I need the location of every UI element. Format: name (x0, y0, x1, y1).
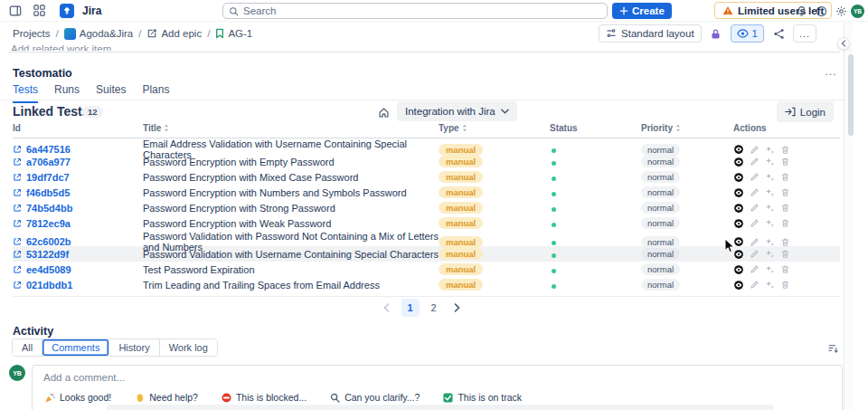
test-id-cell[interactable]: 74b5d4bb (13, 203, 143, 214)
quick-reply-waving-hand[interactable]: Need help? (135, 392, 198, 403)
table-row[interactable]: 19df7dc7 Password Encryption with Mixed … (13, 169, 840, 185)
integration-dropdown[interactable]: Integration with Jira (397, 101, 517, 121)
run-sparkle-icon[interactable] (765, 172, 775, 182)
run-sparkle-icon[interactable] (765, 264, 775, 274)
scrollbar-track[interactable] (846, 23, 853, 410)
testomatio-more-button[interactable]: ... (821, 63, 841, 80)
view-test-eye-icon[interactable] (733, 187, 744, 198)
table-row[interactable]: 74b5d4bb Password Encryption with Strong… (13, 200, 840, 215)
settings-gear-icon[interactable] (831, 1, 851, 21)
run-sparkle-icon[interactable] (765, 280, 775, 290)
test-id-link[interactable]: 53122d9f (26, 249, 69, 260)
login-button[interactable]: Login (777, 101, 834, 122)
share-icon[interactable] (769, 24, 788, 43)
table-row[interactable]: 7812ec9a Password Encryption with Weak P… (13, 215, 840, 231)
table-row[interactable]: 62c6002b Password Validation with Passwo… (13, 231, 840, 246)
test-id-cell[interactable]: 19df7dc7 (13, 172, 143, 183)
notifications-bell-icon[interactable] (791, 1, 811, 21)
run-sparkle-icon[interactable] (765, 249, 775, 259)
breadcrumb-item[interactable]: AG-1 (215, 28, 252, 39)
table-row[interactable]: 021dbdb1 Trim Leading and Trailing Space… (13, 277, 840, 292)
activity-tab-all[interactable]: All (13, 339, 42, 356)
view-test-eye-icon[interactable] (733, 280, 744, 291)
delete-trash-icon[interactable] (780, 157, 790, 167)
scrollbar-thumb[interactable] (848, 54, 854, 136)
test-id-link[interactable]: 021dbdb1 (26, 280, 72, 291)
test-id-cell[interactable]: f46db5d5 (13, 187, 143, 198)
run-sparkle-icon[interactable] (765, 187, 775, 197)
table-row[interactable]: 53122d9f Password Validation with Userna… (13, 246, 840, 262)
table-row[interactable]: a706a977 Password Encryption with Empty … (13, 154, 840, 169)
comment-box[interactable]: Looks good!Need help?This is blocked...C… (32, 365, 843, 410)
delete-trash-icon[interactable] (780, 237, 790, 247)
jira-logo-icon[interactable] (60, 4, 74, 18)
prev-page-chevron-icon[interactable] (378, 299, 396, 317)
edit-pencil-icon[interactable] (750, 218, 760, 228)
view-test-eye-icon[interactable] (733, 172, 744, 183)
edit-pencil-icon[interactable] (750, 203, 760, 213)
test-id-link[interactable]: 74b5d4bb (26, 203, 72, 214)
page-button-1[interactable]: 1 (401, 299, 420, 317)
search-input[interactable] (243, 5, 601, 16)
breadcrumb-item[interactable]: Add epic (146, 28, 202, 39)
test-id-cell[interactable]: a706a977 (13, 157, 143, 167)
view-test-eye-icon[interactable] (733, 157, 744, 167)
column-header-type[interactable]: Type (439, 123, 550, 133)
app-switcher-icon[interactable] (29, 1, 49, 21)
test-id-link[interactable]: 62c6002b (26, 236, 71, 247)
breadcrumb-item[interactable]: Projects (13, 28, 51, 39)
delete-trash-icon[interactable] (780, 249, 790, 259)
column-header-title[interactable]: Title (143, 123, 439, 133)
next-page-chevron-icon[interactable] (448, 299, 467, 317)
home-icon[interactable] (374, 103, 392, 121)
delete-trash-icon[interactable] (780, 218, 790, 228)
delete-trash-icon[interactable] (780, 172, 790, 182)
issue-more-actions-button[interactable]: ... (793, 24, 816, 43)
run-sparkle-icon[interactable] (765, 218, 775, 228)
view-test-eye-icon[interactable] (733, 203, 744, 214)
create-button[interactable]: Create (612, 3, 672, 19)
help-icon[interactable]: ? (811, 1, 831, 21)
test-id-cell[interactable]: 53122d9f (13, 249, 143, 260)
edit-pencil-icon[interactable] (750, 280, 760, 290)
edit-pencil-icon[interactable] (750, 157, 760, 167)
activity-tab-work-log[interactable]: Work log (160, 339, 217, 356)
edit-pencil-icon[interactable] (750, 187, 760, 197)
quick-reply-check-box[interactable]: This is on track (443, 392, 522, 403)
table-row[interactable]: 6a447516 Email Address Validation with U… (13, 138, 840, 154)
quick-reply-no-entry[interactable]: This is blocked... (222, 392, 307, 403)
test-id-cell[interactable]: 021dbdb1 (13, 280, 143, 291)
delete-trash-icon[interactable] (780, 187, 790, 197)
edit-pencil-icon[interactable] (750, 237, 760, 247)
test-id-link[interactable]: ee4d5089 (26, 264, 71, 275)
test-id-link[interactable]: a706a977 (26, 157, 71, 167)
view-test-eye-icon[interactable] (733, 236, 744, 247)
test-id-cell[interactable]: 7812ec9a (13, 218, 143, 229)
sidebar-toggle-icon[interactable] (5, 1, 25, 21)
test-id-cell[interactable]: 6a447516 (13, 144, 143, 155)
lock-icon[interactable] (707, 24, 725, 43)
user-avatar[interactable]: YB (851, 5, 864, 18)
delete-trash-icon[interactable] (780, 203, 790, 213)
test-id-link[interactable]: 7812ec9a (26, 218, 71, 229)
edit-pencil-icon[interactable] (750, 249, 760, 259)
test-id-link[interactable]: 19df7dc7 (26, 172, 70, 183)
test-id-cell[interactable]: ee4d5089 (13, 264, 143, 275)
delete-trash-icon[interactable] (780, 145, 790, 155)
activity-tab-comments[interactable]: Comments (42, 339, 109, 356)
edit-pencil-icon[interactable] (750, 264, 760, 274)
delete-trash-icon[interactable] (780, 280, 790, 290)
view-test-eye-icon[interactable] (733, 144, 744, 155)
run-sparkle-icon[interactable] (765, 157, 775, 167)
breadcrumb-item[interactable]: Agoda&Jira (64, 28, 133, 40)
view-test-eye-icon[interactable] (733, 249, 744, 260)
watchers-button[interactable]: 1 (731, 24, 764, 43)
global-search[interactable] (222, 3, 608, 19)
test-id-link[interactable]: 6a447516 (26, 144, 71, 155)
run-sparkle-icon[interactable] (765, 203, 775, 213)
comment-input[interactable] (33, 366, 842, 386)
sort-newest-first-icon[interactable] (825, 341, 841, 356)
test-id-cell[interactable]: 62c6002b (13, 236, 143, 247)
edit-pencil-icon[interactable] (750, 172, 760, 182)
run-sparkle-icon[interactable] (765, 237, 775, 247)
